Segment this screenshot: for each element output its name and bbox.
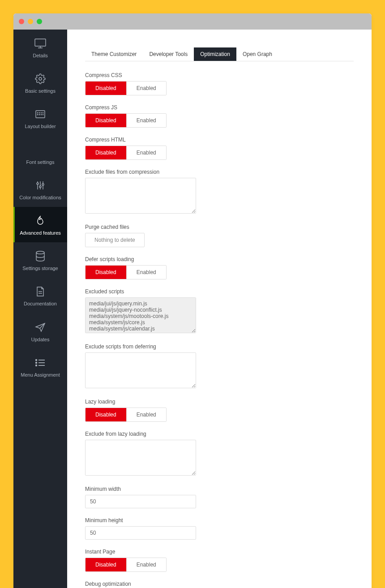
exclude-lazy-input[interactable]	[85, 440, 196, 476]
sidebar-label: Menu Assignment	[21, 372, 60, 378]
svg-point-8	[43, 113, 43, 113]
tab-theme-customizer[interactable]: Theme Customizer	[85, 47, 143, 61]
toggle-disabled-button[interactable]: Disabled	[86, 266, 126, 279]
field-exclude-deferring: Exclude scripts from deferring	[85, 343, 354, 390]
field-debug-optimization: Debug optimization Disabled Enabled	[85, 581, 354, 588]
list-icon	[15, 356, 65, 369]
field-label: Compress JS	[85, 104, 354, 111]
purge-cache-button[interactable]: Nothing to delete	[85, 233, 145, 247]
svg-point-10	[39, 115, 39, 115]
svg-point-5	[37, 113, 38, 113]
svg-point-12	[43, 115, 43, 115]
excluded-scripts-input[interactable]	[85, 297, 196, 333]
sidebar-item-details[interactable]: Details	[13, 30, 67, 65]
min-width-input[interactable]	[85, 495, 196, 508]
field-instant-page: Instant Page Disabled Enabled	[85, 549, 354, 572]
sidebar-item-menu-assignment[interactable]: Menu Assignment	[13, 349, 67, 384]
app-body: Details Basic settings Layout builder Aa…	[13, 30, 372, 588]
sidebar-item-layout-builder[interactable]: Layout builder	[13, 100, 67, 136]
database-icon	[15, 249, 65, 263]
toggle-compress-html: Disabled Enabled	[85, 146, 167, 160]
toggle-disabled-button[interactable]: Disabled	[86, 558, 126, 571]
svg-text:A: A	[34, 146, 40, 155]
sidebar-item-settings-storage[interactable]: Settings storage	[13, 242, 67, 278]
field-exclude-lazy: Exclude from lazy loading	[85, 431, 354, 477]
field-lazy-loading: Lazy loading Disabled Enabled	[85, 399, 354, 422]
sidebar-item-basic-settings[interactable]: Basic settings	[13, 65, 67, 100]
close-icon[interactable]	[19, 19, 24, 24]
tab-optimization[interactable]: Optimization	[194, 47, 236, 61]
sidebar-label: Font settings	[26, 159, 55, 165]
sidebar-item-updates[interactable]: Updates	[13, 313, 67, 349]
svg-point-3	[39, 77, 42, 80]
field-exclude-compression: Exclude files from compression	[85, 169, 354, 215]
svg-text:a: a	[40, 148, 43, 155]
toggle-instant-page: Disabled Enabled	[85, 558, 167, 572]
field-label: Exclude files from compression	[85, 169, 354, 175]
svg-point-29	[36, 365, 37, 366]
main-panel: Theme Customizer Developer Tools Optimiz…	[67, 30, 372, 588]
minimize-icon[interactable]	[28, 19, 33, 24]
field-label: Instant Page	[85, 549, 354, 555]
grid-icon	[15, 107, 65, 121]
toggle-enabled-button[interactable]: Enabled	[126, 114, 166, 127]
field-label: Excluded scripts	[85, 288, 354, 295]
tab-open-graph[interactable]: Open Graph	[236, 47, 278, 61]
toggle-enabled-button[interactable]: Enabled	[126, 408, 166, 421]
field-excluded-scripts: Excluded scripts	[85, 288, 354, 335]
traffic-lights	[19, 19, 42, 24]
field-label: Minimum height	[85, 517, 354, 524]
sidebar-item-font-settings[interactable]: Aa Font settings	[13, 136, 67, 172]
field-label: Compress CSS	[85, 72, 354, 78]
sidebar-label: Advanced features	[20, 230, 61, 236]
field-label: Exclude from lazy loading	[85, 431, 354, 437]
field-label: Debug optimization	[85, 581, 354, 587]
toggle-enabled-button[interactable]: Enabled	[126, 266, 166, 279]
toggle-enabled-button[interactable]: Enabled	[126, 558, 166, 571]
paper-plane-icon	[15, 321, 65, 334]
field-compress-js: Compress JS Disabled Enabled	[85, 104, 354, 128]
font-icon: Aa	[15, 143, 65, 157]
svg-point-18	[39, 186, 41, 188]
app-window: Details Basic settings Layout builder Aa…	[13, 13, 372, 588]
svg-rect-4	[36, 111, 45, 118]
sidebar-item-advanced-features[interactable]: Advanced features	[13, 207, 67, 242]
min-height-input[interactable]	[85, 526, 196, 540]
toggle-enabled-button[interactable]: Enabled	[126, 146, 166, 159]
sidebar-label: Documentation	[24, 301, 57, 306]
toggle-lazy-loading: Disabled Enabled	[85, 408, 167, 422]
field-purge-cache: Purge cached files Nothing to delete	[85, 224, 354, 247]
toggle-enabled-button[interactable]: Enabled	[126, 82, 166, 95]
sliders-icon	[15, 179, 65, 192]
document-icon	[15, 285, 65, 298]
toggle-disabled-button[interactable]: Disabled	[86, 82, 126, 95]
svg-point-27	[36, 362, 37, 363]
field-label: Compress HTML	[85, 137, 354, 143]
svg-point-20	[42, 184, 44, 185]
svg-rect-0	[35, 39, 46, 46]
exclude-deferring-input[interactable]	[85, 352, 196, 388]
svg-point-16	[37, 183, 38, 185]
toggle-defer-scripts: Disabled Enabled	[85, 265, 167, 279]
sidebar-label: Updates	[31, 337, 50, 342]
toggle-disabled-button[interactable]: Disabled	[86, 408, 126, 421]
toggle-disabled-button[interactable]: Disabled	[86, 114, 126, 127]
gear-icon	[15, 72, 65, 86]
field-defer-scripts: Defer scripts loading Disabled Enabled	[85, 256, 354, 279]
field-label: Defer scripts loading	[85, 256, 354, 262]
sidebar-label: Basic settings	[25, 88, 56, 94]
sidebar-label: Layout builder	[25, 124, 56, 129]
exclude-compression-input[interactable]	[85, 178, 196, 214]
tab-developer-tools[interactable]: Developer Tools	[143, 47, 194, 61]
titlebar	[13, 13, 372, 30]
svg-point-21	[36, 251, 44, 254]
field-label: Purge cached files	[85, 224, 354, 230]
sidebar-item-color-modifications[interactable]: Color modifications	[13, 172, 67, 207]
sidebar-item-documentation[interactable]: Documentation	[13, 278, 67, 313]
field-min-width: Minimum width	[85, 486, 354, 508]
toggle-compress-css: Disabled Enabled	[85, 81, 167, 95]
field-label: Minimum width	[85, 486, 354, 492]
toggle-disabled-button[interactable]: Disabled	[86, 146, 126, 159]
maximize-icon[interactable]	[37, 19, 42, 24]
monitor-icon	[15, 37, 65, 50]
